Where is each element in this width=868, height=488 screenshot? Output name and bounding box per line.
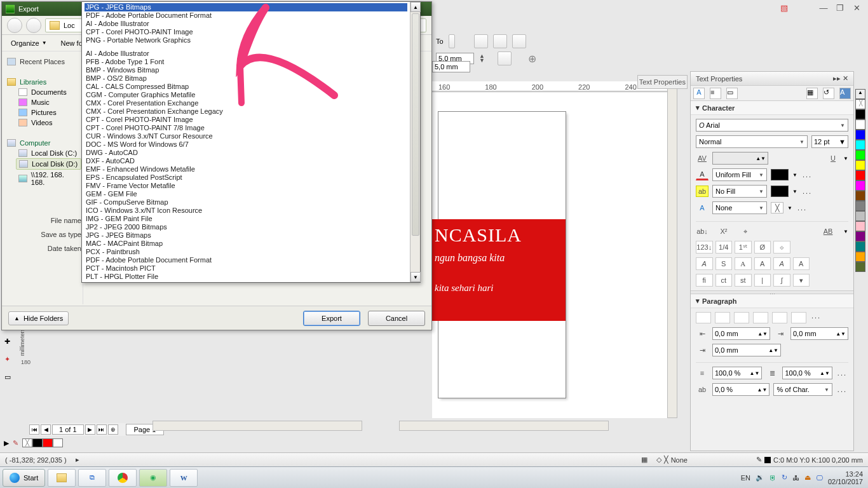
palette-swatch[interactable] [855,119,865,130]
filetype-option[interactable]: ICO - Windows 3.x/NT Icon Resource [85,207,407,215]
computer-header[interactable]: Computer [7,139,81,147]
kerning-input[interactable]: ▲▼ [712,152,768,165]
palette-swatch[interactable] [855,241,865,252]
palette-swatch[interactable] [855,191,865,201]
tray-shield-icon[interactable]: ⛨ [770,474,776,482]
recent-places[interactable]: Recent Places [7,58,81,65]
toolbar-button[interactable] [512,34,526,48]
filetype-option[interactable]: GEM - GEM File [85,190,407,198]
palette-swatch[interactable] [855,180,865,191]
chevron-down-icon[interactable]: ▾ [696,297,700,305]
glyph-icon[interactable]: A [696,257,713,270]
fill-swatch[interactable] [771,169,789,180]
bg-fill-select[interactable]: No Fill▼ [712,185,767,198]
docker-side-tab[interactable]: Text Properties [637,75,688,89]
char-spacing-unit[interactable]: % of Char.▼ [773,383,832,396]
filetype-option[interactable]: EPS - Encapsulated PostScript [85,173,407,182]
filetype-option[interactable]: JPG - JPEG Bitmaps [85,231,407,240]
network-location[interactable]: \\192. 168. 168. [16,170,81,187]
swatch-black[interactable] [32,438,43,447]
scroll-thumb[interactable] [412,13,419,236]
filetype-option[interactable]: PFB - Adobe Type 1 Font [85,58,407,66]
page-first-button[interactable]: ⏮ [29,424,39,435]
allcaps-icon[interactable]: AB [822,226,834,237]
libraries-documents[interactable]: Documents [16,87,81,97]
drive-c[interactable]: Local Disk (C:) [16,148,81,158]
filetype-option[interactable]: IMG - GEM Paint File [85,215,407,223]
taskbar-coreldraw[interactable]: ◉ [139,469,167,487]
palette-swatch[interactable] [855,231,865,241]
filetype-option[interactable]: AI - Adobe Illustrator [85,20,407,28]
filetype-option[interactable]: CPT - Corel PHOTO-PAINT Image [85,28,407,36]
subscript-icon[interactable]: ab↓ [696,226,709,237]
filetype-option[interactable]: GIF - CompuServe Bitmap [85,198,407,207]
align-full-icon[interactable] [772,312,787,323]
filetype-option[interactable]: DXF - AutoCAD [85,157,407,165]
bg-swatch[interactable] [771,186,789,197]
libraries-music[interactable]: Music [16,97,81,107]
filetype-option[interactable]: CPT - Corel PHOTO-PAINT Image [85,116,407,124]
libraries-pictures[interactable]: Pictures [16,107,81,118]
align-none-icon[interactable] [791,312,806,323]
filetype-option[interactable]: BMP - Windows Bitmap [85,66,407,74]
filetype-option[interactable]: JP2 - JPEG 2000 Bitmaps [85,223,407,231]
superscript-icon[interactable]: X² [717,226,730,237]
swatch-white[interactable] [53,438,63,447]
pct2-input[interactable]: 100,0 %▲▼ [782,367,832,379]
ot-numerals-icon[interactable]: 123↓ [696,241,713,254]
glyph-icon[interactable]: A [735,257,752,270]
window-close-icon[interactable]: ✕ [850,3,863,13]
palette-swatch[interactable] [855,170,865,180]
docker-options-icon[interactable]: ▸▸ ✕ [833,74,848,83]
nav-back-button[interactable] [7,18,22,33]
toolbar-button[interactable] [474,34,488,48]
glyph-icon[interactable]: A [773,257,790,270]
tool-icon[interactable]: ✦ [4,355,18,369]
font-size-input[interactable]: 12 pt▼ [811,135,848,148]
align-center-icon[interactable] [715,312,730,323]
filetype-option[interactable]: CAL - CALS Compressed Bitmap [85,83,407,91]
lig-icon[interactable]: ct [715,274,733,287]
indent-first-input[interactable]: 0,0 mm▲▼ [712,344,781,356]
taskbar-app-2[interactable]: ⧉ [78,469,106,487]
window-maximize-icon[interactable]: ❐ [834,3,846,13]
canvas-hscroll-left[interactable] [153,421,362,431]
taskbar-chrome[interactable] [109,469,137,487]
palette-swatch[interactable] [855,221,865,231]
lig-more-icon[interactable]: ▾ [793,274,810,287]
tray-network-icon[interactable]: 🖧 [792,474,799,482]
tray-volume-icon[interactable]: 🔉 [756,473,764,482]
document-red-banner[interactable]: NCASILA ngun bangsa kita kita sehari har… [432,219,566,321]
libraries-videos[interactable]: Videos [16,118,81,128]
hide-folders-button[interactable]: ▲Hide Folders [8,311,69,325]
position-icon[interactable]: ⌖ [739,226,752,237]
tray-lang[interactable]: EN [741,474,750,482]
lig-icon[interactable]: fi [696,274,713,287]
indent-right-input[interactable]: 0,0 mm▲▼ [790,327,848,340]
export-button[interactable]: Export [303,311,360,326]
filetype-option[interactable]: PDF - Adobe Portable Document Format [85,256,407,264]
tab-character-icon[interactable]: A [693,88,705,99]
align-left-icon[interactable] [696,312,711,323]
filetype-option[interactable]: PCT - Macintosh PICT [85,264,407,273]
filetype-option[interactable]: BMP - OS/2 Bitmap [85,74,407,83]
nudge-y-input[interactable] [432,61,470,72]
canvas-vscroll[interactable] [667,83,677,418]
underline-icon[interactable]: U [827,152,839,164]
nav-forward-button[interactable] [26,18,41,33]
plus-icon[interactable]: ⊕ [528,53,536,65]
page-prev-button[interactable]: ◀ [41,424,51,435]
outline-more-button[interactable]: ... [796,204,808,212]
filetype-option[interactable]: DOC - MS Word for Windows 6/7 [85,140,407,149]
arrow-icon[interactable]: ▶ [4,439,13,447]
indent-left-input[interactable]: 0,0 mm▲▼ [712,327,770,340]
filetype-option[interactable]: DWG - AutoCAD [85,149,407,157]
filetype-option[interactable]: PLT - HPGL Plotter File [85,273,407,281]
filetype-option[interactable]: AI - Adobe Illustrator [85,50,407,58]
outline-x-icon[interactable]: ╳ [771,202,783,214]
font-family-select[interactable]: O Arial▼ [696,119,848,132]
tray-device-icon[interactable]: ⏏ [804,473,811,482]
toolbar-button[interactable] [498,51,512,65]
align-more-button[interactable]: ... [810,312,822,323]
tab-settings-icon[interactable]: ▦ [806,88,818,99]
